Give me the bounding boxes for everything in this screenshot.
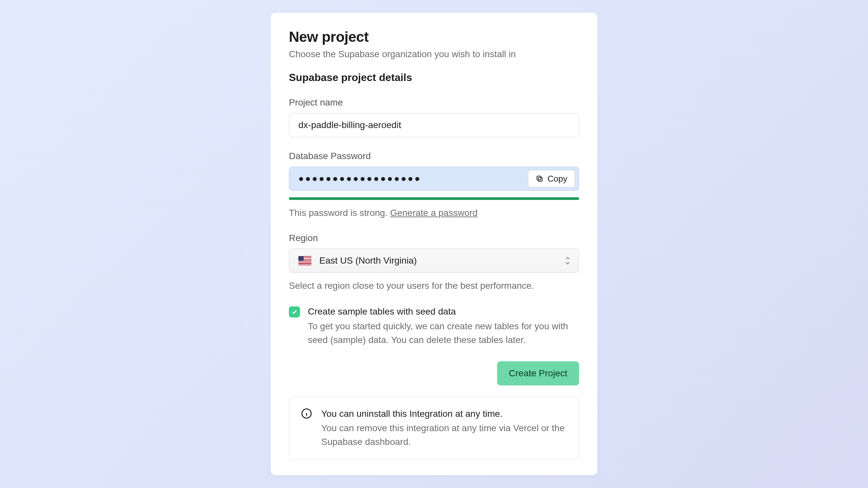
uninstall-info-text: You can uninstall this Integration at an… [321, 407, 567, 449]
copy-icon [536, 175, 544, 183]
us-flag-icon [299, 256, 311, 265]
info-icon [301, 408, 312, 419]
password-strength-text: This password is strong. [289, 208, 390, 218]
svg-rect-0 [538, 177, 542, 181]
seed-data-text: Create sample tables with seed data To g… [308, 305, 579, 347]
region-label: Region [289, 233, 579, 243]
uninstall-info-title: You can uninstall this Integration at an… [321, 407, 567, 420]
password-label: Database Password [289, 151, 579, 161]
copy-button-label: Copy [548, 174, 567, 184]
create-project-button[interactable]: Create Project [497, 361, 579, 385]
password-input-wrap: ●●●●●●●●●●●●●●●●●● Copy [289, 167, 579, 191]
new-project-card: New project Choose the Supabase organiza… [271, 13, 597, 475]
password-helper: This password is strong. Generate a pass… [289, 206, 579, 219]
project-name-label: Project name [289, 97, 579, 108]
seed-data-description: To get you started quickly, we can creat… [308, 320, 579, 347]
project-name-input[interactable] [289, 113, 579, 137]
seed-data-title: Create sample tables with seed data [308, 305, 579, 318]
action-row: Create Project [289, 361, 579, 385]
region-helper: Select a region close to your users for … [289, 279, 579, 292]
section-title: Supabase project details [289, 71, 579, 84]
page-title: New project [289, 28, 579, 46]
region-selected-value: East US (North Virginia) [319, 255, 417, 266]
password-field: Database Password ●●●●●●●●●●●●●●●●●● Cop… [289, 151, 579, 219]
svg-rect-1 [537, 176, 541, 180]
seed-data-checkbox[interactable] [289, 306, 300, 318]
seed-data-option: Create sample tables with seed data To g… [289, 305, 579, 347]
password-strength-bar [289, 197, 579, 200]
page-subtitle: Choose the Supabase organization you wis… [289, 48, 579, 60]
chevron-up-down-icon [564, 256, 571, 265]
region-select[interactable]: East US (North Virginia) [289, 249, 579, 273]
copy-password-button[interactable]: Copy [528, 170, 575, 187]
uninstall-info-box: You can uninstall this Integration at an… [289, 396, 579, 460]
generate-password-link[interactable]: Generate a password [390, 208, 478, 218]
checkmark-icon [291, 309, 298, 315]
region-field: Region East US (North Virginia) Select a… [289, 233, 579, 292]
password-input[interactable]: ●●●●●●●●●●●●●●●●●● [299, 173, 528, 184]
project-name-field: Project name [289, 97, 579, 137]
uninstall-info-description: You can remove this integration at any t… [321, 421, 567, 449]
